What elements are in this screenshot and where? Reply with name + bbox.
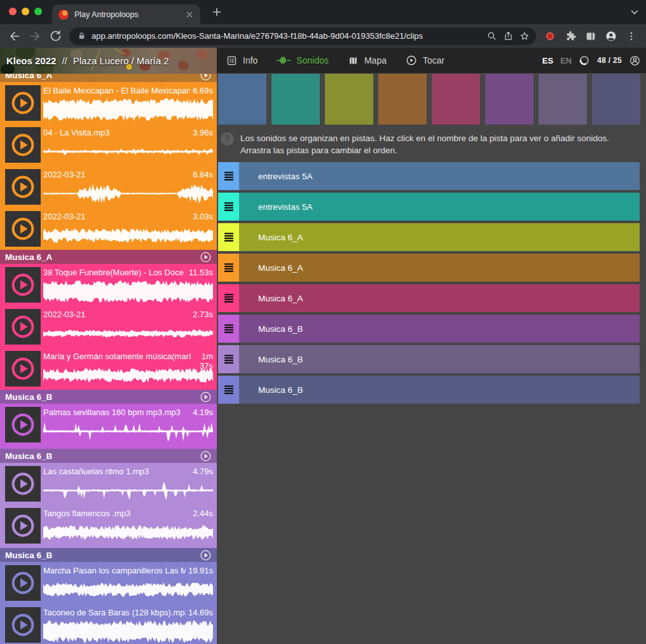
url-bar[interactable]: app.antropoloops.com/Kleos-Santa-Marina/…: [69, 27, 536, 45]
window-controls: [9, 8, 42, 15]
breadcrumb-project[interactable]: Kleos 2022: [6, 55, 56, 66]
browser-tab[interactable]: Play Antropoloops: [52, 4, 200, 24]
play-section-button[interactable]: [200, 391, 212, 403]
play-section-button[interactable]: [200, 251, 212, 263]
track-row[interactable]: entrevistas 5A: [218, 162, 640, 190]
help-question-icon[interactable]: ?: [221, 132, 234, 146]
drag-handle[interactable]: [218, 223, 239, 251]
track-color-block[interactable]: [271, 74, 320, 125]
clip-play-button[interactable]: [5, 565, 41, 601]
tab-search-chevron-icon[interactable]: [629, 7, 640, 17]
drag-handle[interactable]: [218, 284, 239, 312]
track-section-header[interactable]: Musica 6_A: [0, 250, 217, 264]
track-row[interactable]: Musica 6_B: [218, 345, 640, 373]
clip-waveform[interactable]: [43, 420, 213, 443]
track-section-header[interactable]: Musica 6_B: [0, 390, 217, 404]
track-color-block[interactable]: [539, 74, 587, 125]
clip-play-button[interactable]: [5, 169, 41, 205]
drag-handle[interactable]: [218, 345, 239, 373]
clip-play-button[interactable]: [5, 267, 41, 303]
track-row[interactable]: Musica 6_A: [218, 223, 640, 251]
side-panel-icon[interactable]: [581, 27, 600, 46]
clip-waveform[interactable]: [43, 182, 213, 205]
share-icon[interactable]: [500, 28, 516, 45]
track-row[interactable]: Musica 6_B: [218, 376, 640, 404]
user-account-icon[interactable]: [629, 55, 641, 67]
recording-indicator-icon[interactable]: [540, 27, 560, 46]
clip-play-button[interactable]: [5, 508, 41, 544]
url-text: app.antropoloops.com/Kleos-Santa-Marina/…: [92, 31, 483, 41]
track-color-block[interactable]: [218, 74, 266, 125]
nav-item-tocar[interactable]: Tocar: [406, 55, 444, 66]
track-section-header[interactable]: Musica 6_B: [0, 449, 217, 463]
waveform-graphic: [43, 98, 213, 121]
clip-waveform[interactable]: [43, 479, 213, 502]
map-thumbnail[interactable]: Kleos 2022 // Plaza Lucero / María 2: [0, 48, 217, 74]
zoom-search-icon[interactable]: [483, 28, 500, 45]
lang-es-button[interactable]: ES: [542, 56, 553, 65]
track-row[interactable]: Musica 6_B: [218, 315, 640, 343]
clip-waveform[interactable]: [43, 578, 213, 601]
track-color-block[interactable]: [485, 74, 533, 125]
play-section-button[interactable]: [200, 549, 212, 561]
minimize-window-button[interactable]: [22, 8, 29, 15]
clip-waveform[interactable]: [43, 364, 213, 387]
track-row[interactable]: Musica 6_A: [218, 254, 640, 282]
clip-play-button[interactable]: [5, 85, 41, 121]
clip-waveform[interactable]: [43, 322, 213, 345]
browser-menu-kebab-icon[interactable]: [622, 27, 641, 46]
nav-item-mapa[interactable]: Mapa: [348, 55, 387, 66]
drag-handle[interactable]: [218, 162, 239, 190]
clip-play-button[interactable]: [5, 309, 41, 345]
drag-handle[interactable]: [218, 254, 239, 282]
clip-play-button[interactable]: [5, 127, 41, 163]
new-tab-button[interactable]: [211, 6, 223, 18]
extensions-puzzle-icon[interactable]: [561, 27, 580, 46]
fullscreen-window-button[interactable]: [34, 8, 42, 15]
clip-title-row: Palmas sevillanas 160 bpm mp3.mp34.19s: [43, 408, 213, 417]
clip-play-button[interactable]: [5, 211, 41, 247]
clip-play-button[interactable]: [5, 466, 41, 502]
clip-waveform[interactable]: [43, 98, 213, 121]
drag-handle[interactable]: [218, 193, 239, 221]
track-row[interactable]: entrevistas 5A: [218, 193, 640, 221]
drag-handle[interactable]: [218, 376, 239, 404]
track-section-header[interactable]: Musica 6_A: [0, 73, 217, 82]
reload-button[interactable]: [46, 27, 65, 46]
track-label: Musica 6_A: [258, 294, 303, 303]
track-color-block[interactable]: [432, 74, 480, 125]
track-color-block[interactable]: [592, 74, 640, 125]
track-bar: Musica 6_A: [239, 284, 640, 312]
clip-waveform[interactable]: [43, 280, 213, 303]
drag-handle[interactable]: [218, 315, 239, 343]
tab-close-icon[interactable]: [185, 10, 194, 19]
clip-item: 2022-03-216.84s: [0, 166, 217, 208]
clip-waveform[interactable]: [43, 521, 213, 544]
nav-label-info: Info: [243, 55, 258, 65]
track-color-block[interactable]: [378, 74, 427, 125]
play-section-button[interactable]: [200, 450, 212, 462]
nav-item-info[interactable]: Info: [226, 55, 258, 66]
nav-item-sonidos[interactable]: Sonidos: [277, 55, 329, 65]
track-bar: entrevistas 5A: [239, 162, 640, 190]
clip-waveform[interactable]: [43, 620, 213, 643]
play-section-button[interactable]: [200, 73, 212, 81]
clip-play-button[interactable]: [5, 407, 41, 442]
close-window-button[interactable]: [9, 8, 17, 15]
waveform-graphic: [43, 620, 213, 643]
track-row[interactable]: Musica 6_A: [218, 284, 640, 312]
forward-button[interactable]: [25, 27, 45, 46]
track-section-name: Musica 6_B: [5, 451, 52, 461]
bookmark-star-icon[interactable]: [516, 28, 533, 45]
track-color-block[interactable]: [325, 74, 373, 125]
tracks-list: entrevistas 5Aentrevistas 5AMusica 6_AMu…: [218, 162, 646, 404]
clip-waveform[interactable]: [43, 140, 213, 163]
waveform-graphic: [43, 224, 213, 247]
profile-avatar[interactable]: [601, 27, 621, 46]
clip-waveform[interactable]: [43, 224, 213, 247]
clip-play-button[interactable]: [5, 607, 41, 643]
track-section-header[interactable]: Musica 6_B: [0, 548, 217, 562]
back-button[interactable]: [5, 27, 24, 46]
lang-en-button[interactable]: EN: [560, 56, 572, 65]
clip-play-button[interactable]: [5, 351, 41, 387]
